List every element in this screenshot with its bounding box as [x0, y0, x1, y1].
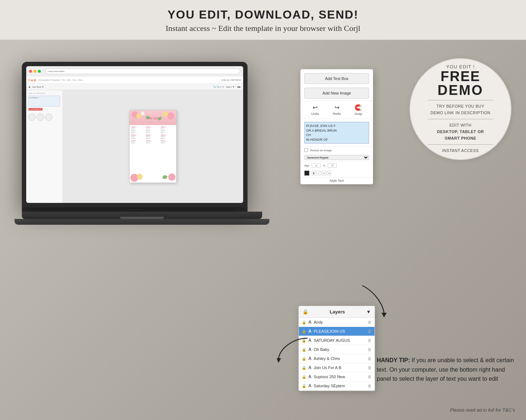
weight-input[interactable]: b: [312, 163, 321, 168]
layers-title: Layers: [330, 309, 345, 315]
table-5: TABLE 5 Guest AGuest B: [146, 135, 160, 140]
layer-item-supinos[interactable]: 🔒 A Supinos 250 New 🗑: [299, 372, 375, 381]
table-3: TABLE 3 Guest AGuest BGuest C: [161, 127, 175, 134]
demo-free-label: FREE: [440, 69, 480, 83]
table-8: TABLE 8 Guest A: [146, 140, 160, 144]
layer-trash-icon-6[interactable]: 🗑: [368, 365, 372, 370]
layer-name-ashleychris: Ashley & Chris: [314, 356, 365, 361]
redo-tool[interactable]: ↪ Redo: [333, 104, 341, 116]
layer-item-andy[interactable]: 🔒 A Andy 🗑: [299, 318, 375, 327]
sidebar-preview: Field Name ↓: [28, 96, 60, 107]
layer-trash-icon-8[interactable]: 🗑: [368, 384, 372, 388]
align-left-btn[interactable]: ≡: [322, 171, 326, 175]
layer-lock-icon-5: 🔒: [302, 357, 306, 361]
layer-item-joinusforab[interactable]: 🔒 A Join Us For A B 🗑: [299, 363, 375, 372]
browser-url-bar[interactable]: corjl.com/orders: [45, 68, 240, 74]
icon-2[interactable]: [37, 113, 44, 121]
floral-decoration: [130, 111, 176, 127]
table-7: TABLE 7 Guest A: [131, 140, 145, 144]
layer-text-icon-6: A: [308, 365, 312, 370]
layer-text-icon-8: A: [308, 383, 312, 388]
resize-checkbox[interactable]: [304, 148, 308, 152]
layer-item-ohbaby[interactable]: 🔒 A Oh Baby 🗑: [299, 345, 375, 354]
laptop-screen: corjl.com/orders Corjl MockupParty Templ…: [26, 66, 243, 203]
app-sidebar: Order Id: 1500758194 Field Name ↓ ● INCO…: [26, 90, 63, 203]
browser-max-dot[interactable]: [38, 70, 41, 73]
height-input[interactable]: 77: [328, 163, 337, 168]
flower-5: [163, 111, 168, 117]
top-banner: YOU EDIT, DOWNLOAD, SEND! Instant access…: [0, 0, 526, 40]
main-title: YOU EDIT, DOWNLOAD, SEND!: [0, 8, 526, 21]
app-header: Corjl MockupParty Templates File Edit Vi…: [26, 76, 243, 84]
demo-divider-3: [428, 144, 493, 145]
layer-item-saturday[interactable]: 🔒 A SATURDAY AUGUS 🗑: [299, 336, 375, 345]
order-id: Order Id: 1500758194: [221, 79, 241, 81]
layer-name-saturdayseptem: Saturday SEptem: [314, 384, 365, 388]
laptop-bottom: [15, 219, 269, 225]
panel-toolbar: ↩ Undo ↪ Redo 🧲 Snap: [301, 101, 373, 119]
handy-tip: HANDY TIP: If you are unable to select &…: [377, 356, 515, 384]
demo-line6: INSTANT ACCESS: [442, 148, 479, 154]
layer-item-ashleychris[interactable]: 🔒 A Ashley & Chris 🗑: [299, 354, 375, 363]
layer-name-pleasejoin: PLEASEJOIN US: [314, 329, 365, 333]
bold-btn[interactable]: B: [312, 171, 316, 175]
layer-trash-icon-7[interactable]: 🗑: [368, 375, 372, 379]
icon-3[interactable]: [45, 113, 52, 121]
app-main: Order Id: 1500758194 Field Name ↓ ● INCO…: [26, 90, 243, 203]
layer-trash-icon-4[interactable]: 🗑: [368, 347, 372, 352]
demo-line2: DEMO LINK IN DESCRIPTION: [431, 110, 491, 116]
color-row: B I ≡ ≡: [301, 169, 373, 177]
font-selector[interactable]: Garamond Regular: [304, 155, 369, 160]
lock-icon: 🔒: [302, 309, 308, 315]
layer-lock-icon-8: 🔒: [302, 384, 306, 388]
demo-demo-label: DEMO: [438, 83, 483, 97]
layer-item-saturdayseptem[interactable]: 🔒 A Saturday SEptem 🗑: [299, 381, 375, 391]
layer-lock-icon-3: 🔒: [302, 339, 306, 343]
layer-name-supinos: Supinos 250 New: [314, 375, 365, 379]
handy-tip-label: HANDY TIP:: [377, 357, 410, 363]
floral-bottom: [130, 170, 176, 183]
demo-divider-2: [428, 119, 493, 119]
demo-line3: EDIT WITH: [450, 122, 472, 129]
layer-text-icon-2: A: [308, 329, 312, 334]
app-canvas: take seat TABLE 1 Guest AGuest BGuest C …: [63, 90, 243, 203]
flower-4: [167, 112, 174, 120]
style-text-label: Style Text: [301, 177, 373, 184]
layer-item-pleasejoin[interactable]: 🔒 A PLEASEJOIN US 🗑: [299, 327, 375, 336]
flower-3: [141, 111, 145, 116]
color-swatch[interactable]: [304, 171, 309, 176]
panel-text-preview: PLEASE JOIN US FOR A BRIDAL BRUNCHIN HON…: [301, 119, 373, 147]
layer-trash-icon-2[interactable]: 🗑: [368, 329, 372, 333]
undo-tool[interactable]: ↩ Undo: [311, 104, 319, 116]
layer-lock-icon-6: 🔒: [302, 366, 306, 370]
add-new-image-button[interactable]: Add New Image: [304, 88, 369, 99]
layers-panel: 🔒 Layers ▼ 🔒 A Andy 🗑 🔒 A PLEASEJOIN US …: [298, 306, 375, 391]
layer-text-icon-5: A: [308, 356, 312, 361]
layer-lock-icon-2: 🔒: [302, 329, 306, 333]
add-text-box-button[interactable]: Add Text Box: [304, 73, 369, 84]
app-toolbar: ◀ best floral ▼ 🔍 🔍 ✂ ◻ Page 1 ▼ ◀ ▶: [26, 84, 243, 90]
browser-min-dot[interactable]: [33, 70, 36, 73]
layer-trash-icon[interactable]: 🗑: [368, 320, 372, 324]
align-center-btn[interactable]: ≡: [327, 171, 331, 175]
browser-chrome: corjl.com/orders: [26, 66, 243, 76]
layer-text-icon-3: A: [308, 338, 312, 343]
seating-chart-preview: take seat TABLE 1 Guest AGuest BGuest C …: [129, 110, 177, 183]
icon-1[interactable]: [28, 113, 36, 121]
browser-close-dot[interactable]: [29, 70, 32, 73]
keyboard-area: MacBook Pro: [22, 207, 248, 212]
corjl-panel: Add Text Box Add New Image ↩ Undo ↪ Redo…: [300, 69, 373, 184]
layer-text-icon-4: A: [308, 347, 312, 352]
layer-trash-icon-5[interactable]: 🗑: [368, 356, 372, 361]
italic-btn[interactable]: I: [317, 171, 321, 175]
table-9: TABLE 9 Guest A: [161, 140, 175, 144]
layer-lock-icon-7: 🔒: [302, 375, 306, 379]
handy-tip-text: HANDY TIP: If you are unable to select &…: [377, 356, 515, 384]
order-id-sidebar: Order Id: 1500758194: [28, 92, 60, 94]
layer-trash-icon-3[interactable]: 🗑: [368, 338, 372, 343]
snap-tool[interactable]: 🧲 Snap: [355, 104, 362, 116]
leaf-b1: [162, 175, 167, 180]
laptop-body: corjl.com/orders Corjl MockupParty Templ…: [22, 62, 248, 207]
table-6: TABLE 6 Guest AGuest B: [161, 135, 175, 140]
layer-lock-icon-4: 🔒: [302, 348, 306, 352]
